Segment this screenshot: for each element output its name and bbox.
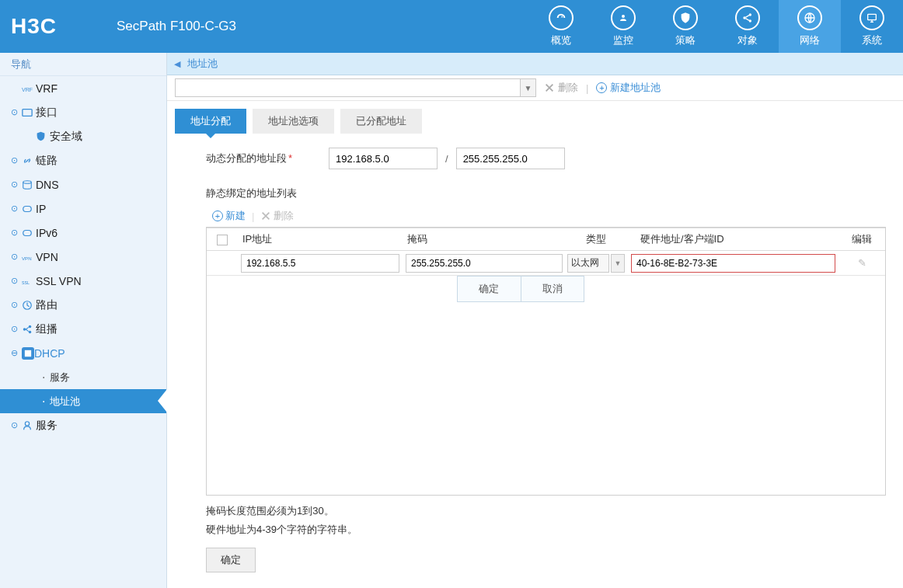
sidebar-item-multicast[interactable]: ⊙ 组播 xyxy=(0,317,166,341)
dynamic-range-row: 动态分配的地址段 / xyxy=(206,148,886,169)
expand-icon[interactable]: ⊙ xyxy=(11,300,22,310)
hint-hw: 硬件地址为4-39个字符的字符串。 xyxy=(206,520,886,538)
expand-icon[interactable]: ⊙ xyxy=(11,324,22,334)
svg-point-15 xyxy=(29,325,32,328)
monitor-icon xyxy=(859,5,884,30)
grid-delete-link[interactable]: 删除 xyxy=(260,209,294,223)
col-edit: 编辑 xyxy=(838,232,885,246)
select-all-checkbox[interactable] xyxy=(217,235,228,245)
topnav-object[interactable]: 对象 xyxy=(716,0,779,53)
shield-small-icon xyxy=(36,131,50,141)
pencil-icon[interactable]: ✎ xyxy=(855,256,869,270)
col-hw: 硬件地址/客户端ID xyxy=(626,232,838,246)
tab-allocation[interactable]: 地址分配 xyxy=(175,109,246,134)
tab-label: 地址分配 xyxy=(190,115,231,127)
grid-edit-row: 以太网 ▼ ✎ xyxy=(207,251,885,276)
top-nav: 概览 监控 策略 对象 网络 系统 xyxy=(530,0,903,53)
sidebar-sub-dhcp-pool[interactable]: 地址池 xyxy=(0,389,166,413)
submit-button[interactable]: 确定 xyxy=(206,548,256,572)
sidebar-item-sslvpn[interactable]: ⊙ SSL SSL VPN xyxy=(0,269,166,293)
row-hw-input[interactable] xyxy=(631,254,835,273)
chevron-down-icon[interactable]: ▼ xyxy=(520,79,535,96)
grid-head: IP地址 掩码 类型 硬件地址/客户端ID 编辑 xyxy=(207,228,885,251)
sidebar-item-ipv6[interactable]: ⊙ IPv6 xyxy=(0,221,166,245)
sidebar-item-dns[interactable]: ⊙ DNS xyxy=(0,172,166,197)
service-icon xyxy=(22,420,36,431)
pool-select-input[interactable] xyxy=(176,79,520,96)
expand-icon[interactable]: ⊙ xyxy=(11,107,22,117)
tab-allocated[interactable]: 已分配地址 xyxy=(340,109,422,134)
plus-circle-icon: + xyxy=(596,82,607,93)
svg-rect-17 xyxy=(25,350,31,356)
sidebar-item-link[interactable]: ⊙ 链路 xyxy=(0,148,166,172)
row-cancel-button[interactable]: 取消 xyxy=(521,277,584,301)
sidebar-item-service[interactable]: ⊙ 服务 xyxy=(0,413,166,437)
sidebar-item-interface[interactable]: ⊙ 接口 xyxy=(0,100,166,124)
sidebar-sub-dhcp-service[interactable]: 服务 xyxy=(0,365,166,389)
route-icon xyxy=(22,300,36,311)
sidebar-item-dhcp[interactable]: ⊖ DHCP xyxy=(0,341,166,365)
pool-new-link[interactable]: + 新建地址池 xyxy=(596,81,661,95)
row-ok-button[interactable]: 确定 xyxy=(458,277,521,301)
topnav-monitor[interactable]: 监控 xyxy=(592,0,654,53)
plus-circle-icon: + xyxy=(212,210,223,221)
topnav-network[interactable]: 网络 xyxy=(779,0,841,53)
svg-text:VRF: VRF xyxy=(22,86,33,92)
row-type-display: 以太网 xyxy=(567,254,609,273)
sidebar-item-ip[interactable]: ⊙ IP xyxy=(0,197,166,221)
vrf-icon: VRF xyxy=(22,83,36,94)
row-type-dropdown[interactable]: ▼ xyxy=(611,254,625,273)
pool-delete-link[interactable]: 删除 xyxy=(544,81,578,95)
sidebar-item-route[interactable]: ⊙ 路由 xyxy=(0,293,166,317)
divider: | xyxy=(586,82,588,94)
static-bind-grid: IP地址 掩码 类型 硬件地址/客户端ID 编辑 以太网 ▼ xyxy=(206,227,886,496)
topnav-label: 概览 xyxy=(551,33,571,47)
topnav-label: 对象 xyxy=(737,33,758,47)
collapse-icon[interactable]: ⊖ xyxy=(11,348,22,358)
main-content: ◀ 地址池 ▼ 删除 | + 新建地址池 地址分配 地址池选项 已分配地址 xyxy=(167,53,903,588)
pool-toolbar: ▼ 删除 | + 新建地址池 xyxy=(167,75,903,101)
topnav-overview[interactable]: 概览 xyxy=(530,0,592,53)
sidebar-item-vpn[interactable]: ⊙ VPN VPN xyxy=(0,245,166,269)
collapse-sidebar-icon[interactable]: ◀ xyxy=(172,58,183,69)
topnav-label: 系统 xyxy=(862,33,882,47)
row-ip-input[interactable] xyxy=(241,254,399,273)
tabs: 地址分配 地址池选项 已分配地址 xyxy=(175,109,886,134)
svg-point-14 xyxy=(23,328,26,331)
tool-label: 删除 xyxy=(558,81,578,95)
expand-icon[interactable]: ⊙ xyxy=(11,252,22,262)
breadcrumb: 地址池 xyxy=(187,57,218,71)
sidebar-label: DHCP xyxy=(34,347,65,360)
camera-icon xyxy=(611,5,636,30)
pool-select[interactable]: ▼ xyxy=(175,78,536,97)
sidebar-item-vrf[interactable]: VRF VRF xyxy=(0,76,166,100)
tab-label: 已分配地址 xyxy=(356,115,406,127)
col-type: 类型 xyxy=(566,232,626,246)
slash: / xyxy=(445,153,448,165)
sidebar-label: 路由 xyxy=(36,298,58,312)
svg-text:SSL: SSL xyxy=(22,280,30,284)
col-mask: 掩码 xyxy=(403,232,566,246)
breadcrumb-bar: ◀ 地址池 xyxy=(167,53,903,75)
sidebar-label: 接口 xyxy=(36,106,58,120)
svg-rect-7 xyxy=(23,109,32,116)
expand-icon[interactable]: ⊙ xyxy=(11,179,22,190)
expand-icon[interactable]: ⊙ xyxy=(11,276,22,286)
svg-rect-10 xyxy=(23,230,32,235)
grid-new-link[interactable]: + 新建 xyxy=(212,209,246,223)
sidebar-label: 地址池 xyxy=(50,395,80,409)
expand-icon[interactable]: ⊙ xyxy=(11,204,22,214)
tab-options[interactable]: 地址池选项 xyxy=(253,109,334,134)
label: 删除 xyxy=(274,209,294,223)
dynamic-mask-input[interactable] xyxy=(456,148,565,169)
dynamic-ip-input[interactable] xyxy=(329,148,438,169)
form-hints: 掩码长度范围必须为1到30。 硬件地址为4-39个字符的字符串。 xyxy=(206,502,886,538)
expand-icon[interactable]: ⊙ xyxy=(11,155,22,165)
sidebar-label: 组播 xyxy=(36,322,58,336)
expand-icon[interactable]: ⊙ xyxy=(11,228,22,238)
row-mask-input[interactable] xyxy=(406,254,563,273)
sidebar-sub-secdomain[interactable]: 安全域 xyxy=(0,124,166,148)
topnav-policy[interactable]: 策略 xyxy=(654,0,716,53)
topnav-system[interactable]: 系统 xyxy=(841,0,903,53)
expand-icon[interactable]: ⊙ xyxy=(11,420,22,430)
